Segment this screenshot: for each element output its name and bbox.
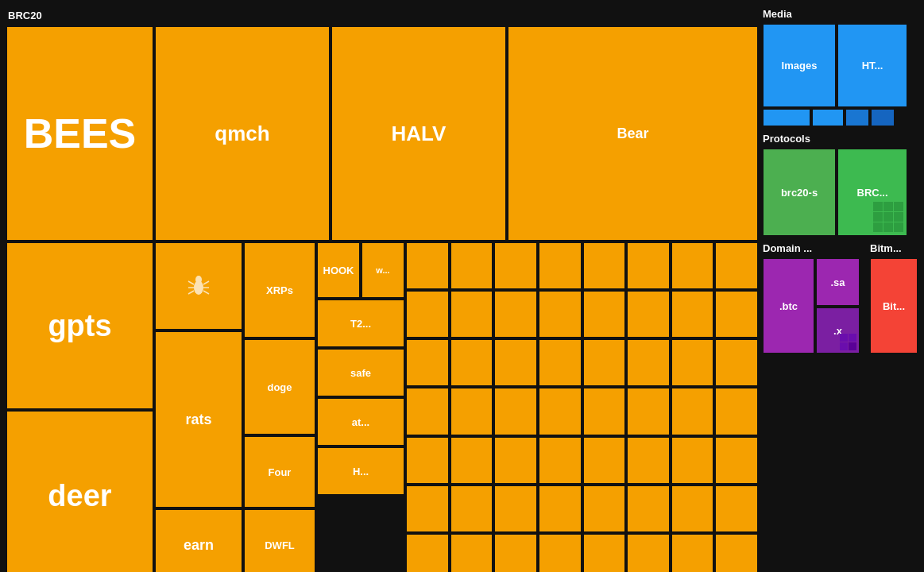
media-small-1[interactable] <box>763 109 810 126</box>
micro-cell[interactable] <box>715 291 758 338</box>
micro-cell[interactable] <box>494 339 537 386</box>
micro-cell[interactable] <box>583 339 626 386</box>
micro-cell[interactable] <box>627 437 670 484</box>
micro-cell[interactable] <box>539 388 582 435</box>
micro-cell[interactable] <box>450 388 493 435</box>
micro-cell[interactable] <box>494 485 537 532</box>
halv-cell[interactable]: HALV <box>331 26 506 241</box>
micro-cell[interactable] <box>406 242 449 289</box>
micro-cell[interactable] <box>627 242 670 289</box>
micro-cell[interactable] <box>627 388 670 435</box>
micro-cell[interactable] <box>494 534 537 572</box>
micro-cell[interactable] <box>583 485 626 532</box>
media-small-4[interactable] <box>871 109 895 126</box>
protocols-title: Protocols <box>763 131 918 146</box>
domain-section: Domain ... .btc .sa .x <box>763 241 867 354</box>
media-small-3[interactable] <box>845 109 869 126</box>
micro-cell[interactable] <box>450 437 493 484</box>
micro-cell[interactable] <box>406 437 449 484</box>
media-title: Media <box>763 6 918 21</box>
earn-cell[interactable]: earn <box>155 509 242 572</box>
micro-cell[interactable] <box>627 534 670 572</box>
micro-cell[interactable] <box>583 242 626 289</box>
at-cell[interactable]: at... <box>317 398 404 446</box>
gpts-cell[interactable]: gpts <box>6 242 153 409</box>
top-row: qmch HALV Bear <box>155 26 758 241</box>
micro-cell[interactable] <box>406 291 449 338</box>
w-cell[interactable]: w... <box>361 242 404 298</box>
micro-cell[interactable] <box>539 242 582 289</box>
micro-cell[interactable] <box>406 485 449 532</box>
micro-cell[interactable] <box>715 339 758 386</box>
media-small-2[interactable] <box>812 109 844 126</box>
micro-cell[interactable] <box>494 291 537 338</box>
small-icon-cell[interactable] <box>155 242 242 330</box>
micro-cell[interactable] <box>583 388 626 435</box>
brc20-tree: BEES gpts deer qmch HALV Bear <box>6 26 758 572</box>
micro-cell[interactable] <box>406 339 449 386</box>
bitmap-section: Bitm... Bit... <box>870 241 918 354</box>
micro-cell[interactable] <box>671 534 714 572</box>
micro-cell[interactable] <box>539 437 582 484</box>
micro-cell[interactable] <box>406 388 449 435</box>
xrps-cell[interactable]: XRPs <box>244 242 315 338</box>
rats-cell[interactable]: rats <box>155 331 242 508</box>
micro-cell[interactable] <box>715 388 758 435</box>
micro-cell[interactable] <box>494 388 537 435</box>
micro-cell[interactable] <box>671 291 714 338</box>
right-panel: Media Images HT... Protocols <box>763 6 918 572</box>
media-ht-cell[interactable]: HT... <box>837 24 907 107</box>
micro-cell[interactable] <box>627 339 670 386</box>
micro-cell[interactable] <box>583 437 626 484</box>
micro-cell[interactable] <box>539 339 582 386</box>
qmch-cell[interactable]: qmch <box>155 26 330 241</box>
micro-cell[interactable] <box>671 485 714 532</box>
micro-cell[interactable] <box>406 534 449 572</box>
micro-cell[interactable] <box>583 534 626 572</box>
micro-cell[interactable] <box>450 485 493 532</box>
media-images-cell[interactable]: Images <box>763 24 836 107</box>
four-cell[interactable]: Four <box>244 436 315 508</box>
domain-btc-cell[interactable]: .btc <box>763 258 814 354</box>
micro-grid-area: .micro-area { display: grid; grid-templa… <box>406 242 758 572</box>
main-container: BRC20 BEES gpts deer qmch HALV Bear <box>0 0 924 572</box>
micro-cell[interactable] <box>715 485 758 532</box>
t2-cell[interactable]: T2... <box>317 300 404 347</box>
micro-cell[interactable] <box>715 242 758 289</box>
domain-title: Domain ... <box>763 241 867 256</box>
micro-cell[interactable] <box>715 437 758 484</box>
sub-col2: XRPs doge Four DWFL <box>244 242 315 572</box>
domain-sa-cell[interactable]: .sa <box>816 258 860 306</box>
micro-cell[interactable] <box>494 437 537 484</box>
micro-cell[interactable] <box>671 388 714 435</box>
h-cell[interactable]: H... <box>317 447 404 495</box>
bees-cell[interactable]: BEES <box>6 26 153 241</box>
hook-cell[interactable]: HOOK <box>317 242 360 298</box>
micro-cell[interactable] <box>671 242 714 289</box>
domain-x-cell[interactable]: .x <box>816 307 860 354</box>
brc20s-cell[interactable]: brc20-s <box>763 149 836 236</box>
micro-cell[interactable] <box>627 485 670 532</box>
svg-point-1 <box>195 276 202 284</box>
micro-cell[interactable] <box>450 291 493 338</box>
doge-cell[interactable]: doge <box>244 339 315 435</box>
micro-cell[interactable] <box>539 291 582 338</box>
micro-cell[interactable] <box>450 534 493 572</box>
micro-cell[interactable] <box>627 291 670 338</box>
micro-cell[interactable] <box>539 485 582 532</box>
bear-cell[interactable]: Bear <box>508 26 758 241</box>
dwfl-cell[interactable]: DWFL <box>244 509 315 572</box>
bitmap-bit-cell[interactable]: Bit... <box>870 258 918 354</box>
sub-col3: HOOK w... T2... safe at... H... <box>317 242 404 572</box>
micro-cell[interactable] <box>671 339 714 386</box>
micro-cell[interactable] <box>450 242 493 289</box>
micro-cell[interactable] <box>450 339 493 386</box>
micro-cell[interactable] <box>671 437 714 484</box>
micro-cell[interactable] <box>539 534 582 572</box>
safe-cell[interactable]: safe <box>317 349 404 396</box>
deer-cell[interactable]: deer <box>6 411 153 572</box>
micro-cell[interactable] <box>583 291 626 338</box>
brc-cell[interactable]: BRC... <box>837 149 907 236</box>
micro-cell[interactable] <box>715 534 758 572</box>
micro-cell[interactable] <box>494 242 537 289</box>
